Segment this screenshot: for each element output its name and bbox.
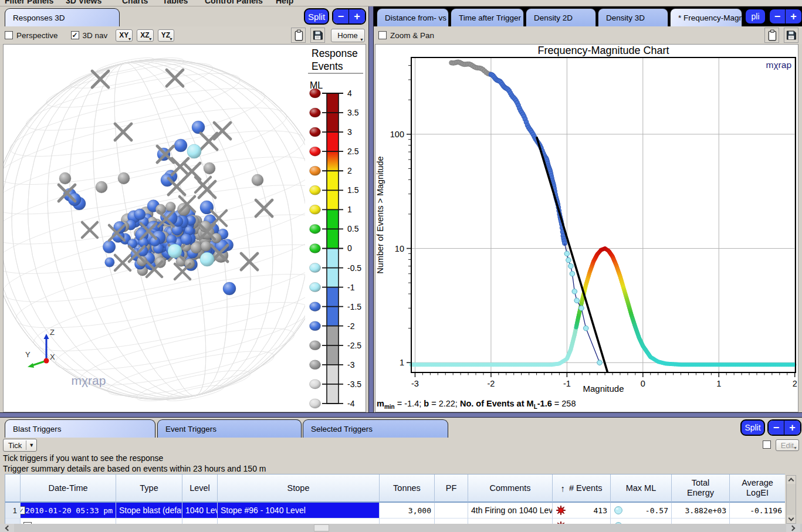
menu-item-help[interactable]: Help xyxy=(276,0,293,5)
svg-text:3: 3 xyxy=(347,127,352,137)
column-header-tonnes[interactable]: Tonnes xyxy=(380,475,435,503)
table-row[interactable]: 1✓2010-01-20 05:33 pmStope blast (defaul… xyxy=(5,503,785,519)
home-button[interactable]: Home ▼ xyxy=(331,29,365,42)
column-header-events[interactable]: ↑# Events xyxy=(553,475,611,503)
svg-text:2: 2 xyxy=(347,166,352,175)
grow-panel-button[interactable]: + xyxy=(784,421,800,435)
column-header-stope[interactable]: Stope xyxy=(218,475,380,503)
svg-text:-2: -2 xyxy=(347,321,355,331)
save-button[interactable] xyxy=(784,28,798,43)
edit-checkbox[interactable] xyxy=(763,440,771,449)
svg-text:2: 2 xyxy=(793,379,797,388)
column-header-datetime[interactable]: Date-Time xyxy=(21,475,116,503)
svg-text:100: 100 xyxy=(390,130,404,139)
grow-panel-button[interactable]: + xyxy=(786,9,801,23)
split-button[interactable]: Split xyxy=(304,8,329,25)
svg-text:-2: -2 xyxy=(487,379,495,388)
row-tick-checkbox[interactable]: ✓ xyxy=(21,506,25,514)
series-cumulative-frequency xyxy=(449,60,567,246)
perspective-checkbox-box[interactable] xyxy=(5,31,13,39)
menu-item-control-panels[interactable]: Control Panels xyxy=(205,0,263,5)
3d-view[interactable]: ZYXmχrapResponseEventsML43.532.521.510.5… xyxy=(3,44,366,412)
panel-splitter-horizontal[interactable] xyxy=(0,412,802,418)
menu-item-filter-panels[interactable]: Filter Panels xyxy=(5,0,53,5)
column-header-type[interactable]: Type xyxy=(116,475,182,503)
edit-button[interactable]: Edit ▼ xyxy=(776,439,799,451)
3d-nav-checkbox[interactable]: ✓ 3D nav xyxy=(71,31,108,40)
menu-item-charts[interactable]: Charts xyxy=(122,0,148,5)
svg-text:Events: Events xyxy=(312,60,343,72)
clipboard-icon xyxy=(767,29,777,42)
tab-selected-triggers[interactable]: Selected Triggers xyxy=(303,419,448,438)
column-header-level[interactable]: Level xyxy=(182,475,218,503)
shrink-panel-button[interactable]: − xyxy=(769,421,784,435)
blast-x-marker xyxy=(115,255,130,270)
column-header-num[interactable] xyxy=(5,475,21,503)
home-dropdown-arrow: ▼ xyxy=(360,38,364,42)
tab-density-3d[interactable]: Density 3D xyxy=(598,8,668,26)
save-button[interactable] xyxy=(310,28,325,43)
panel-splitter-vertical[interactable] xyxy=(368,6,374,412)
clipboard-icon xyxy=(293,29,304,42)
zoom-pan-checkbox-box[interactable] xyxy=(378,31,387,39)
svg-text:10: 10 xyxy=(395,244,404,253)
scroll-up-button[interactable] xyxy=(787,476,796,484)
view-xy-button[interactable]: XY▼ xyxy=(116,29,133,42)
scrollbar-thumb[interactable] xyxy=(314,524,329,531)
table-horizontal-scrollbar[interactable] xyxy=(0,524,802,532)
blast-x-marker xyxy=(82,222,97,238)
scroll-left-button[interactable] xyxy=(0,524,14,532)
frequency-magnitude-chart[interactable]: Frequency-Magnitude ChartNumber of Event… xyxy=(375,44,798,412)
table-row[interactable]: 2 xyxy=(5,519,785,524)
column-header-comments[interactable]: Comments xyxy=(468,475,553,503)
trigger-info-text: Tick triggers if you want to see the res… xyxy=(3,453,266,474)
tab-distance-from-vs-t[interactable]: Distance from- vs T xyxy=(377,8,449,26)
shrink-panel-button[interactable]: − xyxy=(770,9,786,23)
split-button[interactable]: pli xyxy=(745,8,766,25)
view-xz-button[interactable]: XZ▼ xyxy=(137,29,153,42)
view-yz-button[interactable]: YZ▼ xyxy=(158,29,174,42)
tab-responses-3d[interactable]: Responses 3D xyxy=(5,8,120,26)
scroll-right-button[interactable] xyxy=(786,524,800,532)
ml-magnitude-dot-icon xyxy=(614,506,623,515)
column-header-pf[interactable]: PF xyxy=(435,475,468,503)
copy-to-clipboard-button[interactable] xyxy=(764,28,779,43)
blast-x-marker xyxy=(214,123,231,139)
table-vertical-scrollbar[interactable] xyxy=(786,475,796,524)
cell-events xyxy=(553,519,611,524)
tab-density-2d[interactable]: Density 2D xyxy=(526,8,596,26)
column-header-maxml[interactable]: Max ML xyxy=(611,475,672,503)
save-icon xyxy=(786,29,797,41)
3d-nav-checkbox-box[interactable]: ✓ xyxy=(71,31,79,39)
svg-text:-1: -1 xyxy=(563,379,571,388)
tick-dropdown-button[interactable]: Tick ▼ xyxy=(3,439,37,452)
svg-text:1: 1 xyxy=(400,358,404,367)
menu-item-3d-views[interactable]: 3D Views xyxy=(66,0,101,5)
cell-type xyxy=(116,519,182,524)
x-axis-label: Magnitude xyxy=(583,384,624,394)
column-header-energy[interactable]: Total Energy xyxy=(672,475,730,503)
cell-maxml: -0.57 xyxy=(611,503,672,519)
cell-level: 1040 Level xyxy=(182,503,218,519)
menu-item-tables[interactable]: Tables xyxy=(163,0,188,5)
zoom-pan-checkbox[interactable]: Zoom & Pan xyxy=(378,31,434,40)
svg-text:1: 1 xyxy=(716,379,721,388)
perspective-checkbox[interactable]: Perspective xyxy=(5,31,58,40)
shrink-panel-button[interactable]: − xyxy=(333,9,349,23)
left-tab-row: Responses 3D Split − + xyxy=(0,6,368,26)
column-header-logei[interactable]: Average LogEI xyxy=(730,475,785,503)
grow-panel-button[interactable]: + xyxy=(349,9,365,23)
tab-blast-triggers[interactable]: Blast Triggers xyxy=(5,419,155,438)
svg-text:Z: Z xyxy=(50,328,55,337)
cell-num: 2 xyxy=(5,519,21,524)
split-button[interactable]: Split xyxy=(740,419,765,436)
tab--frequency-magnit[interactable]: * Frequency-Magnit xyxy=(670,8,742,26)
blast-x-marker xyxy=(199,181,215,198)
info-line: Trigger summary details are based on eve… xyxy=(3,463,266,474)
copy-to-clipboard-button[interactable] xyxy=(291,28,306,43)
chart-toolbar: Zoom & Pan xyxy=(374,26,802,44)
scroll-down-button[interactable] xyxy=(787,515,796,523)
svg-text:-2.5: -2.5 xyxy=(347,341,361,350)
tab-time-after-trigger[interactable]: Time after Trigger xyxy=(451,8,524,26)
tab-event-triggers[interactable]: Event Triggers xyxy=(157,419,302,438)
